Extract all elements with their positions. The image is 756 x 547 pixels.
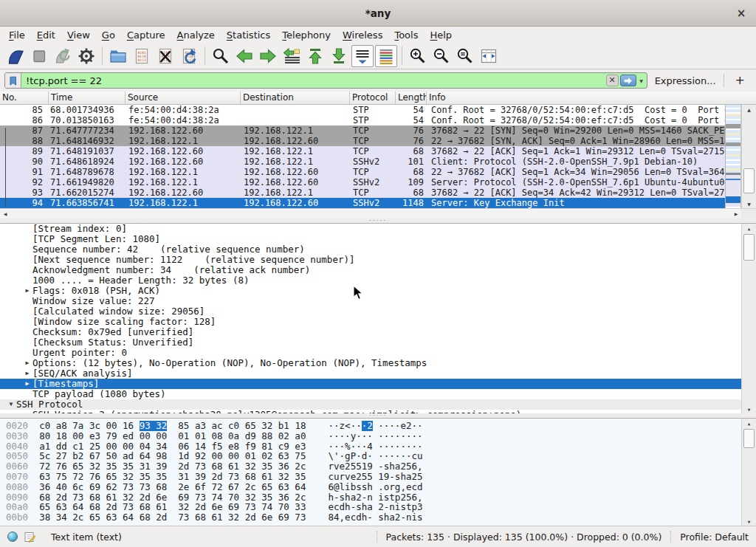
packet-row-92[interactable]: 9271.661949820192.168.122.1192.168.122.6… [0, 177, 756, 188]
filter-bookmark-button[interactable] [5, 73, 21, 88]
hex-row-0070[interactable]: 0070 63 75 72 76 65 32 35 35 31 39 2d 73… [0, 472, 741, 482]
scroll-up-arrow-icon[interactable]: ▲ [742, 105, 756, 114]
hex-row-00b0[interactable]: 00b0 38 34 2c 65 63 64 68 2d 73 68 61 32… [0, 512, 741, 523]
packet-list-vertical-scrollbar[interactable]: ▲ ▼ [741, 105, 756, 208]
expand-icon[interactable]: ▶ [22, 410, 32, 413]
menu-go[interactable]: Go [96, 28, 121, 42]
filter-apply-button[interactable] [620, 75, 636, 86]
find-packet-button[interactable] [210, 45, 232, 67]
auto-scroll-button[interactable] [351, 45, 374, 67]
packet-row-89[interactable]: 8971.648191037192.168.122.60192.168.122.… [0, 146, 756, 156]
display-filter-input[interactable] [21, 75, 606, 86]
detail-line-13[interactable]: ▶Options: (12 bytes), No-Operation (NOP)… [0, 358, 741, 368]
hex-row-0080[interactable]: 0080 36 40 6c 69 62 73 73 68 2e 6f 72 67… [0, 482, 741, 492]
column-header-source[interactable]: Source [126, 92, 241, 104]
filter-dropdown-caret[interactable]: ▼ [636, 78, 647, 83]
zoom-reset-button[interactable] [454, 45, 476, 67]
packet-row-87[interactable]: 8771.647777234192.168.122.60192.168.122.… [0, 125, 756, 136]
scroll-up-arrow-icon[interactable]: ▲ [742, 419, 756, 427]
detail-line-9[interactable]: [Window size scaling factor: 128] [0, 317, 741, 327]
column-header-time[interactable]: Time [49, 92, 126, 104]
title-bar[interactable]: *any × [0, 0, 756, 27]
scrollbar-thumb[interactable] [743, 429, 755, 448]
open-capture-file-button[interactable] [107, 45, 129, 67]
detail-line-3[interactable]: [Next sequence number: 1122 (relative se… [0, 255, 741, 265]
scroll-up-arrow-icon[interactable]: ▲ [742, 224, 756, 233]
reload-capture-file-button[interactable]: 010101100113 [178, 45, 200, 67]
detail-line-14[interactable]: ▶[SEQ/ACK analysis] [0, 368, 741, 379]
column-header-protocol[interactable]: Protocol [350, 92, 396, 104]
intelligent-scrollbar-minimap[interactable] [725, 105, 741, 208]
filter-clear-button[interactable]: ✕ [606, 75, 619, 86]
menu-file[interactable]: File [3, 28, 31, 42]
scroll-down-arrow-icon[interactable]: ▼ [742, 199, 756, 208]
packet-row-93[interactable]: 9371.662015274192.168.122.60192.168.122.… [0, 188, 756, 198]
profile-status[interactable]: Profile: Default [680, 531, 749, 543]
hex-row-0020[interactable]: 0020 c0 a8 7a 3c 00 16 93 32 85 a3 ac c0… [0, 421, 741, 431]
scrollbar-thumb[interactable] [743, 234, 755, 261]
expression-button[interactable]: Expression... [652, 75, 719, 86]
menu-edit[interactable]: Edit [31, 28, 61, 42]
collapse-icon[interactable]: ▼ [6, 399, 16, 410]
start-capture-button[interactable] [4, 45, 27, 67]
column-header-length[interactable]: Length [396, 92, 427, 104]
detail-line-12[interactable]: Urgent pointer: 0 [0, 348, 741, 358]
scroll-right-arrow-icon[interactable]: ▶ [731, 209, 741, 219]
detail-line-7[interactable]: Window size value: 227 [0, 296, 741, 306]
packet-row-88[interactable]: 8871.648146932192.168.122.1192.168.122.6… [0, 136, 756, 146]
detail-line-17[interactable]: ▼SSH Protocol [0, 399, 741, 410]
scroll-down-arrow-icon[interactable]: ▼ [742, 517, 756, 526]
menu-statistics[interactable]: Statistics [221, 28, 276, 42]
menu-telephony[interactable]: Telephony [276, 28, 337, 42]
hex-row-00a0[interactable]: 00a0 65 63 64 68 2d 73 68 61 32 2d 6e 69… [0, 502, 741, 512]
scrollbar-thumb[interactable] [743, 168, 755, 193]
detail-line-1[interactable]: [TCP Segment Len: 1080] [0, 234, 741, 244]
expand-icon[interactable]: ▶ [22, 286, 32, 296]
hex-row-0050[interactable]: 0050 5c 27 b2 67 50 ad 64 98 1d 92 00 00… [0, 451, 741, 461]
expand-icon[interactable]: ▶ [22, 379, 32, 389]
packet-row-91[interactable]: 9171.648789678192.168.122.1192.168.122.6… [0, 167, 756, 177]
column-header-destination[interactable]: Destination [241, 92, 350, 104]
hex-row-0060[interactable]: 0060 72 76 65 32 35 35 31 39 2d 73 68 61… [0, 461, 741, 472]
zoom-in-button[interactable] [407, 45, 429, 67]
detail-line-6[interactable]: ▶Flags: 0x018 (PSH, ACK) [0, 286, 741, 296]
colorize-packets-button[interactable] [375, 45, 397, 67]
hex-dump[interactable]: 0020 c0 a8 7a 3c 00 16 93 32 85 a3 ac c0… [0, 421, 741, 526]
menu-wireless[interactable]: Wireless [337, 28, 388, 42]
close-capture-file-button[interactable]: 010101100113 [154, 45, 176, 67]
go-back-button[interactable] [233, 45, 255, 67]
capture-comment-icon[interactable] [24, 531, 36, 543]
details-vertical-scrollbar[interactable]: ▲ ▼ [741, 224, 756, 413]
hex-row-0030[interactable]: 0030 80 18 00 e3 79 ed 00 00 01 01 08 0a… [0, 431, 741, 441]
go-first-packet-button[interactable] [304, 45, 326, 67]
menu-view[interactable]: View [61, 28, 96, 42]
detail-line-11[interactable]: [Checksum Status: Unverified] [0, 337, 741, 348]
packet-row-85[interactable]: 8568.001734936fe:54:00:d4:38:2aSTP54Conf… [0, 105, 756, 115]
zoom-out-button[interactable] [430, 45, 453, 67]
column-header-no[interactable]: No. [0, 92, 49, 104]
expand-icon[interactable]: ▶ [22, 368, 32, 379]
column-header-info[interactable]: Info [427, 92, 756, 104]
close-window-button[interactable]: × [734, 6, 749, 21]
go-forward-button[interactable] [257, 45, 279, 67]
go-to-packet-button[interactable] [281, 45, 303, 67]
resize-columns-button[interactable] [478, 45, 500, 67]
packet-row-90[interactable]: 9071.648618924192.168.122.60192.168.122.… [0, 156, 756, 167]
detail-line-2[interactable]: Sequence number: 42 (relative sequence n… [0, 244, 741, 255]
packet-row-94[interactable]: 9471.663856741192.168.122.1192.168.122.6… [0, 198, 756, 208]
save-capture-file-button[interactable]: 010101100113 [131, 45, 153, 67]
packet-row-86[interactable]: 8670.013850163fe:54:00:d4:38:2aSTP54Conf… [0, 115, 756, 125]
expert-info-icon[interactable] [7, 531, 18, 542]
detail-line-10[interactable]: Checksum: 0x79ed [unverified] [0, 327, 741, 337]
menu-analyze[interactable]: Analyze [171, 28, 221, 42]
add-filter-button-plus[interactable]: + [729, 73, 752, 89]
detail-line-16[interactable]: TCP payload (1080 bytes) [0, 389, 741, 399]
hex-row-0090[interactable]: 0090 68 2d 73 68 61 32 2d 6e 69 73 74 70… [0, 492, 741, 503]
expand-icon[interactable]: ▶ [22, 358, 32, 368]
restart-capture-button[interactable] [52, 45, 74, 67]
detail-line-4[interactable]: Acknowledgment number: 34 (relative ack … [0, 265, 741, 275]
capture-options-button[interactable] [75, 45, 97, 67]
go-last-packet-button[interactable] [328, 45, 350, 67]
hex-row-0040[interactable]: 0040 a1 dd c1 25 00 00 04 34 06 14 f5 e8… [0, 441, 741, 452]
detail-line-8[interactable]: [Calculated window size: 29056] [0, 306, 741, 317]
